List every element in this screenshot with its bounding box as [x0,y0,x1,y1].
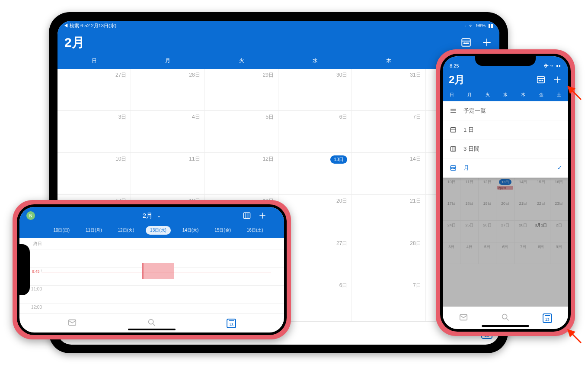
calendar-cell[interactable]: 10日 [58,153,131,195]
view-mode-option[interactable]: 3 日間 [443,139,568,158]
portrait-month-title: 2月 [449,73,465,87]
calendar-cell[interactable]: 5日 [479,242,496,264]
ipad-month-title: 2月 [64,34,85,52]
day-header[interactable]: 13日(水) [142,226,175,235]
calendar-cell[interactable]: 27日 [496,221,514,242]
day-header[interactable]: 15日(金) [207,227,239,233]
home-indicator[interactable] [128,329,176,330]
calendar-cell[interactable]: 9日 [550,242,568,264]
calendar-cell[interactable]: 31日 [352,69,425,111]
calendar-cell[interactable]: 21日 [352,195,425,237]
status-icons: ✈ ᯤ ▮▮ [544,63,561,68]
mail-tab-icon[interactable] [67,318,77,329]
calendar-cell[interactable]: 4日 [131,111,205,153]
view-switch-button[interactable] [536,75,546,84]
calendar-cell[interactable]: 2日 [550,221,568,242]
landscape-month-title[interactable]: 2月 [143,212,153,220]
svg-point-3 [466,43,467,44]
svg-rect-27 [451,146,456,151]
day-header[interactable]: 16日(土) [239,227,271,233]
calendar-cell[interactable]: 18日 [460,199,478,221]
calendar-cell[interactable]: 21日 [514,199,532,221]
calendar-cell[interactable]: 5日 [205,111,278,153]
svg-rect-30 [451,165,456,170]
calendar-cell[interactable]: 6日 [278,111,352,153]
calendar-cell[interactable]: 4日 [460,242,478,264]
svg-line-39 [568,330,581,343]
calendar-cell[interactable]: 3日 [58,111,131,153]
chevron-down-icon[interactable]: ⌄ [157,213,161,219]
calendar-cell[interactable]: 22日 [532,199,550,221]
add-event-button[interactable] [481,37,492,48]
calendar-cell[interactable]: 6日 [496,242,514,264]
mail-tab-icon[interactable] [459,313,468,324]
calendar-event[interactable] [142,263,175,279]
svg-rect-15 [537,77,545,83]
calendar-cell[interactable]: 14日 [352,153,425,195]
calendar-cell[interactable]: 16日 [550,178,568,199]
calendar-cell[interactable]: 28日 [352,237,425,279]
day-header[interactable]: 11日(月) [78,227,110,233]
calendar-cell[interactable]: 7日 [514,242,532,264]
search-tab-icon[interactable] [147,318,157,329]
view-switch-button[interactable] [243,211,251,220]
calendar-cell[interactable]: 8日 [532,242,550,264]
iphone-landscape-frame: N 2月 ⌄ 10日(日)11日(月)12日(火)13日(水)14日(木)15日… [13,200,291,339]
calendar-cell[interactable]: 14日 [514,178,532,199]
view-mode-menu[interactable]: 予定一覧1 日3 日間月✓ [443,101,568,178]
time-row: 11:00 [19,286,284,304]
svg-point-17 [539,80,540,81]
day-header[interactable]: 12日(火) [110,227,142,233]
calendar-cell[interactable]: 19日 [479,199,496,221]
calendar-cell[interactable]: 12日 [205,153,278,195]
calendar-cell[interactable]: 13日Apple [496,178,514,199]
view-mode-option[interactable]: 1 日 [443,120,568,139]
account-avatar[interactable]: N [26,211,35,220]
calendar-cell[interactable]: 12日 [479,178,496,199]
svg-rect-25 [451,127,456,132]
add-event-button[interactable] [553,75,562,84]
day-header[interactable]: 10日(日) [45,227,78,233]
calendar-cell[interactable]: 20日 [496,199,514,221]
calendar-cell[interactable]: 7日 [352,111,425,153]
calendar-cell[interactable]: 11日 [131,153,205,195]
search-tab-icon[interactable] [501,313,510,324]
calendar-cell[interactable]: 15日 [532,178,550,199]
add-event-button[interactable] [258,211,267,220]
calendar-cell[interactable]: 27日 [58,69,131,111]
calendar-cell[interactable]: 3月1日 [532,221,550,242]
iphone-portrait-screen: 8:25 ✈ ᯤ ▮▮ 2月 日 月 火 水 木 [443,56,568,329]
view-mode-option[interactable]: 予定一覧 [443,101,568,120]
view-mode-label: 予定一覧 [463,107,486,115]
svg-point-18 [540,80,541,81]
ipad-status-left: ◀ 検索 6:52 2月13日(水) [64,23,116,29]
view-mode-label: 1 日 [463,126,474,134]
calendar-cell[interactable]: 24日 [443,221,460,242]
calendar-event[interactable]: Apple [497,186,513,190]
day-header[interactable]: 14日(木) [174,227,207,233]
landscape-timeline[interactable]: 終日 10:00 11:00 12:00 8:45 [19,238,284,313]
calendar-cell[interactable]: 7日 [352,279,425,321]
view-mode-option[interactable]: 月✓ [443,158,568,178]
calendar-cell[interactable]: 30日 [278,69,352,111]
calendar-cell[interactable]: 25日 [460,221,478,242]
landscape-day-row: 10日(日)11日(月)12日(火)13日(水)14日(木)15日(金)16日(… [19,224,284,238]
calendar-cell[interactable]: 28日 [514,221,532,242]
calendar-cell[interactable]: 26日 [479,221,496,242]
calendar-cell[interactable]: 17日 [443,199,460,221]
calendar-cell[interactable]: 13日 [278,153,352,195]
home-indicator[interactable] [482,325,529,327]
calendar-cell[interactable]: 23日 [550,199,568,221]
calendar-cell[interactable]: 29日 [205,69,278,111]
calendar-tab[interactable]: 13 [543,313,552,323]
calendar-cell[interactable]: 11日 [460,178,478,199]
calendar-cell[interactable]: 3日 [443,242,460,264]
portrait-header: 2月 [443,69,568,90]
view-mode-label: 月 [463,164,469,172]
calendar-cell[interactable]: 28日 [131,69,205,111]
calendar-tab[interactable]: 13 [227,319,236,328]
svg-point-34 [454,168,455,169]
calendar-cell[interactable]: 10日 [443,178,460,199]
battery-icon: ▮▮ [488,23,493,29]
view-switch-button[interactable] [460,37,472,48]
